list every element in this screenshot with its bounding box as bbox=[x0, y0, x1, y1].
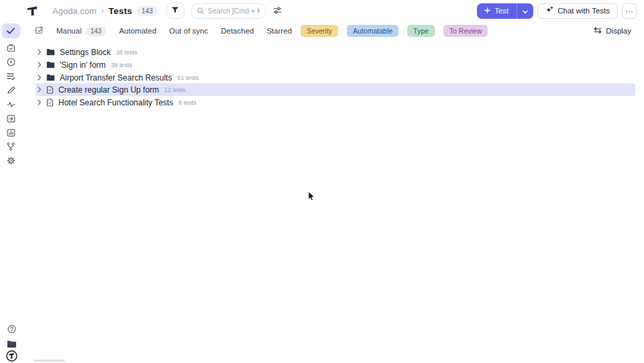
tree-row-settings-block[interactable]: Settings Block 36 tests bbox=[36, 46, 635, 58]
more-actions-button[interactable]: ... bbox=[622, 3, 637, 19]
page-title: Tests bbox=[109, 6, 132, 16]
sidebar-item-analytics[interactable] bbox=[6, 128, 15, 137]
funnel-icon bbox=[171, 5, 179, 17]
tree-row-label: Settings Block bbox=[60, 48, 111, 57]
manual-count-badge: 143 bbox=[86, 26, 107, 36]
filter-badge-type[interactable]: Type bbox=[407, 25, 435, 37]
left-sidebar bbox=[0, 0, 21, 363]
sidebar-item-settings[interactable] bbox=[6, 156, 15, 165]
widget-button[interactable] bbox=[6, 352, 17, 362]
display-label: Display bbox=[606, 27, 631, 35]
filter-badge-severity[interactable]: Severity bbox=[301, 25, 338, 37]
filter-tab-out-of-sync[interactable]: Out of sync bbox=[169, 27, 208, 35]
bulk-edit-button[interactable] bbox=[35, 25, 44, 37]
tree-row-hotel-search[interactable]: Hotel Search Functionality Tests 6 tests bbox=[36, 96, 635, 109]
ai-sparkle-icon bbox=[545, 6, 553, 15]
search-icon bbox=[197, 5, 204, 17]
filter-tab-label: Manual bbox=[56, 27, 82, 35]
app-logo-icon[interactable] bbox=[27, 5, 38, 16]
ellipsis-icon: ... bbox=[625, 5, 633, 13]
help-circle-icon bbox=[7, 324, 16, 336]
filter-badge-to-review[interactable]: To Review bbox=[443, 25, 488, 37]
plus-icon bbox=[484, 7, 490, 15]
search-box[interactable] bbox=[191, 3, 266, 19]
chevron-right-icon[interactable] bbox=[38, 87, 42, 93]
chevron-right-icon[interactable] bbox=[38, 74, 42, 81]
folder-icon bbox=[7, 338, 16, 350]
folder-icon bbox=[46, 48, 55, 56]
import-box-icon bbox=[7, 115, 15, 123]
list-check-icon bbox=[7, 72, 15, 81]
horizontal-scrollbar-thumb[interactable] bbox=[34, 360, 65, 362]
tree-row-create-sign-up[interactable]: Create regular Sign Up form 12 tests bbox=[36, 83, 635, 96]
logo-circle-icon bbox=[6, 350, 17, 363]
new-test-label: Test bbox=[494, 7, 508, 15]
new-test-split-button: Test bbox=[477, 3, 533, 19]
tree-row-count: 36 tests bbox=[116, 49, 138, 56]
tree-row-count: 6 tests bbox=[178, 99, 197, 106]
tree-row-label: 'Sign in' form bbox=[60, 60, 106, 70]
tree-row-count: 12 tests bbox=[164, 87, 186, 93]
file-icon bbox=[46, 86, 54, 94]
tree-row-count: 51 tests bbox=[177, 74, 199, 81]
pulse-icon bbox=[7, 101, 15, 108]
swap-horizontal-icon bbox=[594, 27, 602, 35]
sidebar-item-editor[interactable] bbox=[6, 86, 15, 95]
filter-bar: Manual 143 Automated Out of sync Detache… bbox=[21, 23, 644, 39]
chevron-right-icon[interactable] bbox=[38, 99, 42, 105]
filter-tab-manual[interactable]: Manual 143 bbox=[56, 26, 106, 36]
sidebar-item-results[interactable] bbox=[6, 72, 15, 81]
new-test-button[interactable]: Test bbox=[477, 3, 517, 19]
folder-icon bbox=[46, 74, 55, 81]
sidebar-item-activity[interactable] bbox=[6, 100, 15, 109]
filter-tab-detached[interactable]: Detached bbox=[221, 27, 254, 35]
chart-box-icon bbox=[7, 129, 15, 137]
search-input[interactable] bbox=[208, 7, 260, 15]
play-circle-icon bbox=[7, 58, 15, 66]
filter-button[interactable] bbox=[166, 3, 184, 19]
filter-tab-label: Automated bbox=[119, 27, 156, 35]
sidebar-item-branches[interactable] bbox=[6, 142, 15, 151]
tree-row-count: 38 tests bbox=[111, 62, 133, 68]
chat-with-tests-label: Chat with Tests bbox=[557, 7, 610, 15]
folder-icon bbox=[46, 61, 55, 68]
filter-tab-label: Out of sync bbox=[169, 27, 208, 35]
mouse-cursor bbox=[308, 191, 315, 201]
filter-tab-starred[interactable]: Starred bbox=[266, 27, 292, 35]
tree-row-sign-in-form[interactable]: 'Sign in' form 38 tests bbox=[36, 58, 635, 71]
new-test-dropdown-button[interactable] bbox=[517, 3, 533, 19]
chat-with-tests-button[interactable]: Chat with Tests bbox=[537, 3, 618, 19]
gear-icon bbox=[7, 156, 15, 165]
search-settings-button[interactable] bbox=[273, 5, 282, 17]
breadcrumb: Agoda.com › Tests 143 bbox=[52, 6, 158, 16]
projects-button[interactable] bbox=[6, 339, 17, 350]
help-button[interactable] bbox=[6, 325, 17, 335]
chevron-right-icon[interactable] bbox=[38, 49, 42, 55]
tests-count-badge: 143 bbox=[137, 6, 158, 16]
pen-icon bbox=[7, 86, 15, 95]
clipboard-check-icon bbox=[7, 44, 15, 52]
sidebar-item-import[interactable] bbox=[6, 114, 15, 123]
display-button[interactable]: Display bbox=[594, 27, 631, 35]
clipboard-pen-icon bbox=[35, 25, 44, 37]
filter-tab-label: Detached bbox=[221, 27, 254, 35]
tree-row-label: Hotel Search Functionality Tests bbox=[58, 98, 173, 107]
tree-row-airport-transfer[interactable]: Airport Transfer Search Results 51 tests bbox=[36, 71, 635, 84]
check-icon bbox=[7, 28, 15, 34]
filter-badge-automatable[interactable]: Automatable bbox=[347, 25, 398, 37]
top-bar: Agoda.com › Tests 143 Test Chat bbox=[21, 0, 644, 21]
tree-row-label: Airport Transfer Search Results bbox=[60, 73, 172, 83]
chevron-down-icon bbox=[523, 5, 528, 17]
sidebar-item-tests[interactable] bbox=[2, 23, 20, 38]
filter-tab-automated[interactable]: Automated bbox=[119, 27, 156, 35]
sidebar-item-plans[interactable] bbox=[6, 44, 15, 52]
adjustments-icon bbox=[273, 5, 282, 17]
filter-tab-label: Starred bbox=[266, 27, 292, 35]
app-window: Agoda.com › Tests 143 Test Chat bbox=[0, 0, 644, 363]
chevron-right-icon[interactable] bbox=[38, 62, 42, 68]
breadcrumb-project[interactable]: Agoda.com bbox=[52, 6, 97, 16]
sidebar-item-runs[interactable] bbox=[6, 58, 15, 66]
file-icon bbox=[46, 99, 54, 107]
breadcrumb-separator: › bbox=[101, 6, 104, 15]
tree-row-label: Create regular Sign Up form bbox=[58, 85, 159, 95]
